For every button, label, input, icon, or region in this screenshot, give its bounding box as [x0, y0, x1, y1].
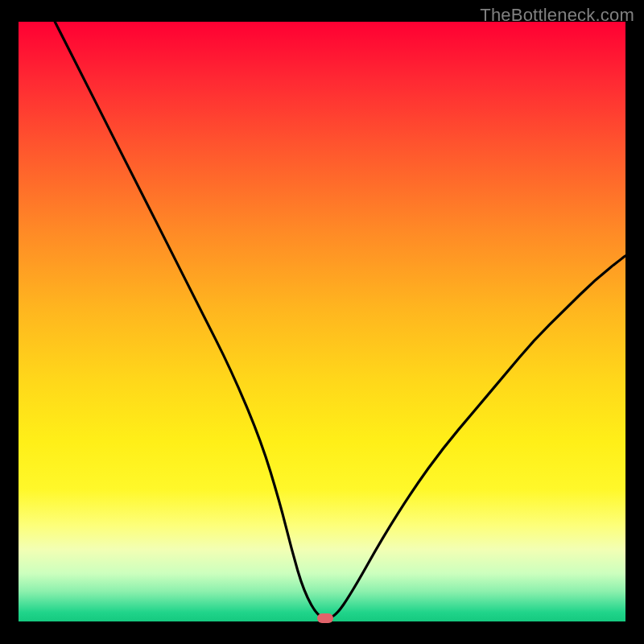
watermark-label: TheBottleneck.com — [480, 5, 634, 26]
bottleneck-curve-path — [55, 22, 625, 618]
chart-frame: TheBottleneck.com — [0, 0, 644, 644]
plot-area — [19, 22, 625, 621]
minimum-marker — [317, 613, 333, 623]
curve-svg — [19, 22, 625, 621]
